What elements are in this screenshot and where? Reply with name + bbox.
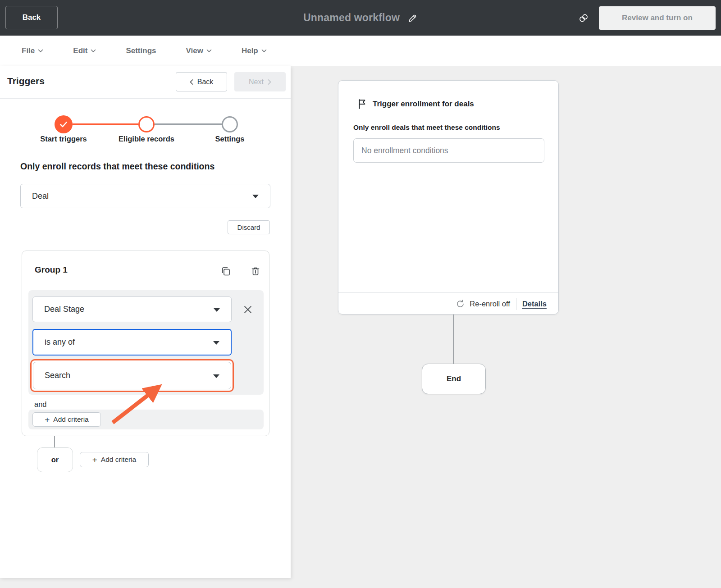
chevron-right-icon [268, 79, 271, 85]
enrollment-conditions-box: No enrollment conditions [353, 138, 544, 163]
trigger-enrollment-card[interactable]: Trigger enrollment for deals Only enroll… [338, 80, 559, 315]
details-link[interactable]: Details [522, 300, 547, 308]
and-label: and [34, 400, 47, 409]
caret-down-icon [213, 374, 219, 378]
operator-select[interactable]: is any of [32, 329, 232, 356]
duplicate-group-icon[interactable] [220, 266, 231, 277]
trigger-card-title: Trigger enrollment for deals [373, 100, 474, 109]
plus-icon: + [45, 415, 50, 424]
add-criteria-or-button[interactable]: + Add criteria [80, 452, 149, 467]
panel-title: Triggers [7, 76, 45, 87]
caret-down-icon [213, 341, 219, 345]
add-criteria-button[interactable]: + Add criteria [32, 412, 101, 427]
caret-down-icon [252, 195, 259, 198]
step-start-triggers-circle[interactable] [55, 115, 73, 133]
panel-next-button[interactable]: Next [234, 72, 286, 91]
menu-item-settings[interactable]: Settings [126, 46, 156, 55]
remove-filter-icon[interactable] [242, 304, 253, 315]
group-connector-line [54, 436, 55, 447]
chevron-down-icon [91, 49, 96, 53]
stepper-connector-todo [155, 123, 222, 125]
panel-back-button[interactable]: Back [176, 72, 227, 91]
or-badge: or [37, 447, 73, 472]
step-label-start-triggers: Start triggers [27, 135, 100, 143]
stepper-connector-done [73, 123, 138, 125]
footer-divider [516, 298, 516, 310]
menu-item-help[interactable]: Help [242, 46, 267, 55]
chevron-down-icon [206, 49, 212, 53]
step-settings-circle[interactable] [222, 116, 238, 132]
filter-group-card: Group 1 Deal Stage [22, 251, 269, 436]
chevron-down-icon [261, 49, 267, 53]
review-and-turn-on-button[interactable]: Review and turn on [599, 6, 716, 30]
discard-button[interactable]: Discard [228, 220, 270, 234]
trigger-card-subtitle: Only enroll deals that meet these condit… [353, 123, 500, 132]
reenroll-refresh-icon [456, 299, 465, 309]
menu-item-file[interactable]: File [22, 46, 43, 55]
menu-item-view[interactable]: View [186, 46, 211, 55]
property-select[interactable]: Deal Stage [32, 296, 232, 322]
plus-icon: + [92, 456, 97, 464]
chevron-left-icon [190, 79, 193, 85]
edit-title-pencil-icon[interactable] [408, 13, 418, 23]
copy-link-icon[interactable] [578, 13, 589, 23]
menu-item-edit[interactable]: Edit [73, 46, 96, 55]
highlight-ring: Search [30, 359, 234, 392]
check-icon [60, 122, 67, 128]
flag-icon [356, 98, 368, 112]
chevron-down-icon [38, 49, 43, 53]
conditions-heading: Only enroll records that meet these cond… [20, 161, 273, 172]
step-label-eligible-records: Eligible records [110, 135, 183, 143]
add-criteria-strip: + Add criteria [28, 410, 264, 429]
reenroll-status: Re-enroll off [456, 299, 510, 309]
end-node: End [422, 364, 486, 394]
object-type-select[interactable]: Deal [20, 184, 270, 208]
workflow-editor: Back Unnamed workflow Review and turn on [0, 0, 721, 588]
workflow-title: Unnamed workflow [303, 12, 400, 24]
caret-down-icon [214, 308, 220, 312]
value-search-select[interactable]: Search [33, 362, 231, 389]
step-eligible-records-circle[interactable] [138, 116, 155, 132]
triggers-panel: Triggers Back Next Start triggers Eligib… [0, 66, 291, 578]
filter-rows-container: Deal Stage is any of Search [28, 290, 264, 395]
top-bar: Back Unnamed workflow Review and turn on [0, 0, 721, 36]
trigger-card-footer: Re-enroll off Details [338, 292, 558, 315]
flow-connector-line [453, 315, 454, 364]
group-title: Group 1 [35, 265, 68, 275]
back-button[interactable]: Back [5, 6, 58, 29]
delete-group-icon[interactable] [250, 266, 261, 277]
panel-header: Triggers Back Next [0, 66, 291, 99]
menu-bar: File Edit Settings View Help [0, 36, 721, 66]
step-label-settings: Settings [194, 135, 266, 143]
